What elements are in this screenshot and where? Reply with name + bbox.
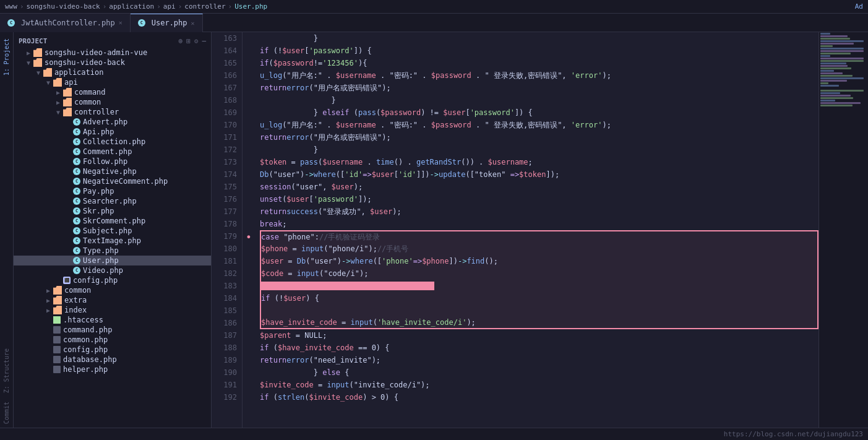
file-icon-type: C	[73, 247, 80, 254]
label-type: Type.php	[83, 246, 119, 255]
tree-node-advert[interactable]: C Advert.php	[14, 117, 211, 127]
tree-node-common2[interactable]: ▶ common	[14, 285, 211, 295]
tab-jwt[interactable]: C JwtAuthController.php ✕	[0, 14, 131, 32]
label-extra: extra	[64, 296, 87, 304]
tree-node-config-api[interactable]: ⬛ config.php	[14, 275, 211, 285]
minimap-line-189	[820, 97, 853, 99]
folder-icon-admin-vue	[33, 48, 42, 57]
code-content[interactable]: } if (!$user['password']) { if($password…	[255, 32, 819, 428]
line-num-188: 188	[212, 342, 237, 354]
file-icon-common-php	[53, 336, 61, 343]
tree-node-command-php[interactable]: command.php	[14, 325, 211, 335]
line-num-179: 179	[212, 230, 237, 243]
arrow-application: ▼	[33, 69, 43, 76]
minimap-line-179	[820, 72, 843, 74]
breadcrumb-back[interactable]: songshu-video-back	[27, 2, 100, 11]
tree-node-common-php[interactable]: common.php	[14, 335, 211, 345]
folder-icon-index	[53, 306, 62, 314]
tab-user[interactable]: C User.php ✕	[131, 14, 203, 32]
file-icon-textimage: C	[73, 237, 80, 244]
line-numbers: 1631641651661671681691701711721731741751…	[212, 32, 243, 428]
code-line-188: if ($have_invite_code == 0) {	[260, 342, 819, 354]
breadcrumb-file[interactable]: User.php	[234, 2, 267, 11]
tree-node-pay[interactable]: C Pay.php	[14, 186, 211, 196]
tree-node-negative[interactable]: C Negative.php	[14, 166, 211, 176]
code-line-163: }	[260, 32, 819, 45]
label-common2: common	[64, 286, 91, 295]
add-button[interactable]: Ad	[855, 2, 863, 11]
label-common-php: common.php	[63, 335, 108, 344]
tree-node-searcher[interactable]: C Searcher.php	[14, 196, 211, 206]
breadcrumb-application[interactable]: application	[109, 2, 154, 11]
tree-node-common[interactable]: ▶ common	[14, 97, 211, 107]
minimap-line-174	[820, 60, 864, 62]
tree-node-application[interactable]: ▼ application	[14, 67, 211, 77]
tree-minus-icon[interactable]: —	[202, 37, 206, 45]
tree-node-skr-comment[interactable]: C SkrComment.php	[14, 216, 211, 226]
breadcrumb-www[interactable]: www	[5, 2, 17, 11]
tree-settings-icon[interactable]: ⚙	[194, 37, 199, 45]
arrow-common: ▶	[53, 99, 63, 106]
commit-panel-label[interactable]: Commit	[2, 398, 11, 428]
minimap[interactable]	[819, 32, 868, 428]
tree-header-icons: ⊕ ⊞ ⚙ —	[179, 37, 207, 45]
tree-node-video[interactable]: C Video.php	[14, 265, 211, 275]
line-num-163: 163	[212, 32, 237, 45]
tree-node-htaccess[interactable]: .htaccess	[14, 315, 211, 325]
code-line-171: return error("用户名或密码错误");	[260, 131, 819, 144]
label-admin-vue: songshu-video-admin-vue	[45, 48, 147, 57]
cursor-bar	[261, 282, 434, 290]
line-num-189: 189	[212, 354, 237, 366]
tree-node-helper-php[interactable]: helper.php	[14, 365, 211, 374]
code-line-169: } elseif (pass($password) != $user['pass…	[260, 106, 819, 119]
tree-node-comment[interactable]: C Comment.php	[14, 147, 211, 157]
tree-expand-icon[interactable]: ⊞	[186, 37, 191, 45]
tree-node-command[interactable]: ▶ command	[14, 87, 211, 97]
zstructure-panel-label[interactable]: Z: Structure	[2, 345, 11, 397]
breadcrumb-controller[interactable]: controller	[184, 2, 225, 11]
line-num-167: 167	[212, 82, 237, 94]
folder-icon-common	[63, 98, 72, 106]
minimap-line-183	[820, 82, 828, 84]
line-num-175: 175	[212, 181, 237, 193]
line-num-186: 186	[212, 317, 237, 329]
tree-node-api[interactable]: ▼ api	[14, 77, 211, 87]
code-line-173: $token = pass($username . time() . getRa…	[260, 156, 819, 168]
tab-user-close[interactable]: ✕	[191, 20, 195, 27]
tree-node-index[interactable]: ▶ index	[14, 305, 211, 315]
minimap-line-192	[820, 105, 853, 106]
label-command-php: command.php	[63, 326, 112, 334]
tree-node-config-php[interactable]: config.php	[14, 345, 211, 355]
line-num-176: 176	[212, 193, 237, 205]
breadcrumb-api[interactable]: api	[163, 2, 176, 11]
code-editor[interactable]: 1631641651661671681691701711721731741751…	[212, 32, 819, 428]
tree-node-subject[interactable]: C Subject.php	[14, 226, 211, 236]
tree-node-extra[interactable]: ▶ extra	[14, 295, 211, 305]
tab-jwt-close[interactable]: ✕	[119, 19, 122, 26]
tree-node-textimage[interactable]: C TextImage.php	[14, 236, 211, 246]
code-line-172: }	[260, 144, 819, 156]
line-num-178: 178	[212, 218, 237, 230]
tree-node-admin-vue[interactable]: ▶ songshu-video-admin-vue	[14, 48, 211, 58]
tree-node-type[interactable]: C Type.php	[14, 246, 211, 256]
code-line-190: } else {	[260, 366, 819, 379]
tree-node-skr[interactable]: C Skr.php	[14, 206, 211, 216]
tree-node-controller[interactable]: ▼ controller	[14, 107, 211, 117]
tree-node-database-php[interactable]: database.php	[14, 355, 211, 365]
tree-add-icon[interactable]: ⊕	[179, 37, 183, 45]
tree-node-collection[interactable]: C Collection.php	[14, 137, 211, 147]
code-line-185	[260, 304, 819, 317]
label-advert: Advert.php	[83, 118, 127, 126]
project-panel-label[interactable]: 1: Project	[2, 35, 11, 79]
minimap-line-173	[820, 58, 864, 59]
tree-node-follow[interactable]: C Follow.php	[14, 157, 211, 166]
line-num-172: 172	[212, 144, 237, 156]
label-database-php: database.php	[63, 355, 117, 364]
label-collection: Collection.php	[83, 137, 145, 146]
arrow-command: ▶	[53, 89, 63, 96]
tree-node-user[interactable]: C User.php	[14, 256, 211, 265]
tree-node-negative-comment[interactable]: C NegativeComment.php	[14, 176, 211, 186]
tree-node-back[interactable]: ▼ songshu-video-back	[14, 58, 211, 67]
tree-node-api-file[interactable]: C Api.php	[14, 127, 211, 137]
code-line-180: $phone = input("phone/i");//手机号	[260, 243, 819, 255]
